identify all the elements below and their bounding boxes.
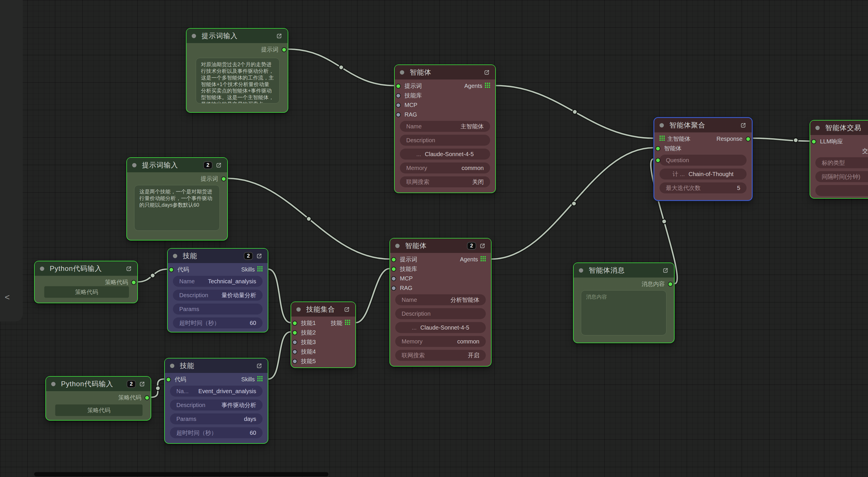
node-skill-collection[interactable]: 技能集合技能1技能技能2技能3技能4技能5 [290,301,356,368]
field-value: 60 [250,320,256,326]
output-port-group: Agents [460,256,486,263]
node-python-input-1[interactable]: Python代码输入策略代码策略代码 [34,261,138,303]
field-pill[interactable]: 计 ...Chain-of-Thought [659,168,747,180]
input-port-group: 主智能体 [659,135,690,143]
horizontal-scrollbar[interactable] [34,472,329,476]
node-skill-1[interactable]: 技能2代码SkillsNameTechnical_analysisDescrip… [167,248,268,332]
input-port-dot[interactable] [391,266,396,272]
prompt-textarea[interactable]: 消息内容 [581,290,666,335]
input-port-dot[interactable] [655,146,660,151]
field-pill[interactable]: 标的类型 [815,157,868,168]
node-agent-trade[interactable]: 智能体交易LLM响应交易标的类型间隔时间(分钟) [810,120,868,199]
output-port-dot[interactable] [746,136,751,141]
edit-icon[interactable] [479,243,486,249]
field-pill[interactable]: Name分析智能体 [395,294,486,305]
input-port-dot[interactable] [396,84,401,89]
edit-icon[interactable] [740,122,747,129]
prompt-textarea[interactable]: 这是两个技能，一个是对期货进行量价动能分析，一个事件驱动的只能以,days参数默… [134,185,220,231]
input-port-dot[interactable] [166,377,171,382]
port-row: 提示词Agents [395,81,495,91]
node-header: 提示词输入 [186,29,288,43]
input-port-dot[interactable] [396,93,401,98]
flow-canvas[interactable]: 提示词输入提示词对原油期货过去2个月的走势进行技术分析以及事件驱动分析，这是一个… [0,0,868,477]
node-skill-2[interactable]: 技能代码SkillsNa...Event_driven_analysisDesc… [164,358,268,444]
input-port-dot[interactable] [169,267,174,272]
field-pill[interactable]: 联网搜索关闭 [400,176,490,187]
field-pill[interactable]: 联网搜索开启 [395,350,486,361]
output-port-dot[interactable] [668,282,673,286]
input-port-group: MCP [400,102,417,108]
node-agent-aggregate[interactable]: 智能体聚合主智能体Response智能体Question计 ...Chain-o… [653,117,753,201]
input-port-dot[interactable] [396,103,401,107]
edit-icon[interactable] [343,306,350,313]
edit-icon[interactable] [215,162,222,168]
input-port-dot[interactable] [292,340,297,345]
node-python-input-2[interactable]: Python代码输入2策略代码策略代码 [45,376,151,421]
input-port-dot[interactable] [391,286,396,290]
input-port-dot[interactable] [396,112,401,117]
input-port-dot[interactable] [292,349,297,354]
grid-port-icon[interactable] [257,266,262,273]
field-pill[interactable]: Params [173,304,262,315]
field-pill[interactable]: ...Claude-Sonnet-4-5 [400,149,490,160]
code-button[interactable]: 策略代码 [55,405,143,416]
output-port-dot[interactable] [221,176,226,181]
field-pill[interactable]: Question [659,155,747,166]
field-pill[interactable]: 最大迭代次数5 [659,183,747,193]
field-pill[interactable]: Paramsdays [170,413,262,424]
node-status-dot [400,70,404,74]
input-port-dot[interactable] [292,330,297,335]
input-port-dot[interactable] [292,359,297,364]
edit-icon[interactable] [662,267,669,274]
edit-icon[interactable] [256,362,262,369]
output-port-label: 策略代码 [118,394,142,402]
grid-port-icon[interactable] [485,83,490,89]
output-port-group: 技能 [331,319,350,327]
drawer-toggle-handle[interactable]: < [2,291,12,303]
edit-icon[interactable] [139,381,146,387]
node-prompt-input-2[interactable]: 提示词输入2提示词这是两个技能，一个是对期货进行量价动能分析，一个事件驱动的只能… [126,157,228,241]
node-title: 技能 [180,361,256,370]
grid-port-icon[interactable] [345,320,350,326]
field-pill[interactable]: Description [400,135,490,146]
edit-icon[interactable] [484,69,490,76]
node-agent-2[interactable]: 智能体2提示词Agents技能库MCPRAGName分析智能体Descripti… [390,238,492,367]
field-pill[interactable]: Description事件驱动分析 [170,400,262,411]
field-pill[interactable]: Na...Event_driven_analysis [170,386,262,396]
code-button[interactable]: 策略代码 [44,286,129,298]
field-pill[interactable]: Memorycommon [400,162,490,173]
field-pill[interactable]: 超时时间（秒）60 [170,427,262,438]
field-pill[interactable]: NameTechnical_analysis [173,276,262,287]
input-port-dot[interactable] [811,139,816,144]
field-pill[interactable]: Memorycommon [395,336,486,347]
input-port-dot[interactable] [391,257,396,262]
field-pill[interactable]: Description [395,308,486,319]
grid-port-icon[interactable] [659,135,665,142]
output-port-dot[interactable] [282,47,286,52]
field-input-port-dot[interactable] [655,158,660,163]
node-agent-message[interactable]: 智能体消息消息内容消息内容 [573,262,675,343]
field-pill[interactable]: 间隔时间(分钟) [815,171,868,182]
input-port-dot[interactable] [391,276,396,281]
port-row: MCP [390,274,491,283]
edit-icon[interactable] [125,265,132,272]
prompt-textarea[interactable]: 对原油期货过去2个月的走势进行技术分析以及事件驱动分析，这是一个多智能体的工作流… [196,58,280,103]
output-port-group: Agents [464,83,490,89]
output-port-dot[interactable] [145,395,150,400]
edit-icon[interactable] [276,33,282,39]
field-label: Name [402,296,417,303]
field-pill[interactable]: 超时时间（秒）60 [173,317,262,328]
node-status-dot [579,268,583,273]
field-pill[interactable]: ...Claude-Sonnet-4-5 [395,322,486,333]
node-prompt-input-1[interactable]: 提示词输入提示词对原油期货过去2个月的走势进行技术分析以及事件驱动分析，这是一个… [186,28,288,113]
grid-port-icon[interactable] [480,256,486,263]
input-port-dot[interactable] [292,321,297,325]
field-pill[interactable]: Name主智能体 [400,121,490,132]
node-agent-1[interactable]: 智能体提示词Agents技能库MCPRAGName主智能体Description… [394,64,496,193]
output-port-dot[interactable] [131,280,136,285]
input-port-group: 技能库 [400,92,422,99]
grid-port-icon[interactable] [257,376,262,383]
field-pill[interactable] [815,185,868,196]
edit-icon[interactable] [256,253,262,259]
field-pill[interactable]: Description量价动量分析 [173,290,262,301]
